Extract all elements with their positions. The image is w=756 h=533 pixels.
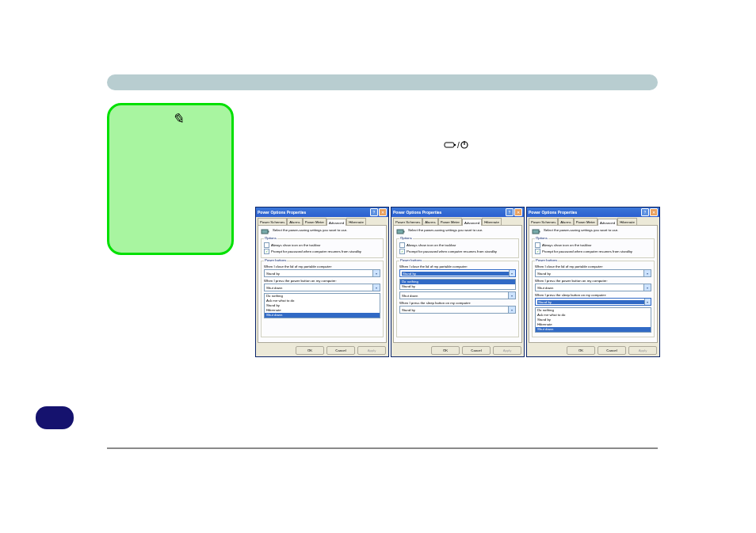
option-shutdown[interactable]: Shut down	[265, 313, 380, 318]
power-options-dialog-2: Power Options Properties ? ✕ Power Schem…	[391, 207, 525, 357]
combo-sleep[interactable]: Stand by ▾	[399, 306, 516, 314]
options-group: Options Always show icon on the taskbar …	[261, 238, 384, 258]
footer-rule	[107, 447, 658, 449]
question-power: When I press the power button on my comp…	[264, 279, 380, 283]
question-lid: When I close the lid of my portable comp…	[399, 265, 516, 268]
tab-panel: Select the power-saving settings you wan…	[258, 225, 387, 343]
power-options-dialog-1: Power Options Properties ? ✕ Power Schem…	[255, 207, 389, 357]
combo-lid[interactable]: Stand by ▾	[264, 269, 380, 277]
dialog-buttons: OK Cancel Apply	[527, 345, 659, 356]
ok-button[interactable]: OK	[431, 346, 460, 355]
cancel-button[interactable]: Cancel	[598, 346, 626, 355]
cancel-button[interactable]: Cancel	[462, 346, 491, 355]
window-controls: ? ✕	[370, 208, 387, 216]
checkbox-show-icon[interactable]: Always show icon on the taskbar	[399, 242, 516, 248]
combo-value: Stand by	[537, 300, 644, 304]
pencil-icon: ✎	[172, 110, 184, 128]
checkbox-prompt-password[interactable]: ✓ Prompt for password when computer resu…	[264, 249, 380, 254]
cancel-button[interactable]: Cancel	[326, 346, 355, 355]
chevron-down-icon: ▾	[643, 284, 651, 291]
svg-text:/: /	[457, 141, 460, 150]
battery-icon	[396, 228, 406, 236]
tab-alarms[interactable]: Alarms	[422, 218, 437, 225]
page-number-pill	[36, 406, 74, 429]
chevron-down-icon: ▾	[509, 270, 515, 276]
checkbox-box: ✓	[535, 249, 540, 254]
checkbox-box: ✓	[264, 249, 269, 254]
chevron-down-icon: ▾	[508, 306, 515, 313]
checkbox-label: Prompt for password when computer resume…	[271, 249, 361, 253]
section-heading-bar	[107, 74, 658, 90]
tab-power-meter[interactable]: Power Meter	[303, 218, 326, 225]
question-sleep: When I press the sleep button on my comp…	[535, 293, 651, 297]
options-legend: Options	[399, 236, 413, 240]
tab-panel: Select the power-saving settings you wan…	[393, 225, 522, 343]
note-callout: ✎	[107, 103, 234, 255]
combo-lid[interactable]: Stand by ▾	[399, 269, 516, 277]
title-bar: Power Options Properties ? ✕	[391, 207, 524, 217]
lid-options-list[interactable]: Do nothing Stand by	[399, 279, 516, 290]
tab-alarms[interactable]: Alarms	[558, 218, 573, 225]
checkbox-show-icon[interactable]: Always show icon on the taskbar	[535, 242, 651, 248]
sleep-options-list[interactable]: Do nothing Ask me what to do Stand by Hi…	[535, 307, 651, 333]
checkbox-box	[264, 242, 269, 248]
power-key-icon: /	[444, 139, 469, 153]
tab-advanced[interactable]: Advanced	[326, 219, 346, 226]
svg-rect-10	[539, 231, 540, 233]
tab-hibernate[interactable]: Hibernate	[617, 218, 637, 225]
combo-power[interactable]: Shut down ▾	[264, 284, 380, 291]
help-button[interactable]: ?	[370, 208, 378, 216]
checkbox-box	[399, 242, 405, 248]
power-buttons-group: Power buttons When I close the lid of my…	[532, 261, 655, 337]
checkbox-label: Always show icon on the taskbar	[542, 243, 591, 247]
combo-value: Stand by	[402, 272, 509, 276]
checkbox-label: Always show icon on the taskbar	[407, 243, 456, 247]
combo-lid[interactable]: Stand by ▾	[535, 269, 651, 277]
combo-power[interactable]: Shut down ▾	[535, 284, 651, 291]
close-button[interactable]: ✕	[514, 208, 522, 216]
tab-advanced[interactable]: Advanced	[462, 219, 482, 226]
close-button[interactable]: ✕	[650, 208, 658, 216]
question-lid: When I close the lid of my portable comp…	[264, 265, 380, 268]
ok-button[interactable]: OK	[567, 346, 595, 355]
help-button[interactable]: ?	[506, 208, 514, 216]
chevron-down-icon: ▾	[372, 284, 380, 291]
chevron-down-icon: ▾	[508, 292, 515, 299]
dialog-buttons: OK Cancel Apply	[391, 345, 524, 356]
option-shutdown[interactable]: Shut down	[536, 327, 651, 332]
close-button[interactable]: ✕	[379, 208, 387, 216]
combo-value: Stand by	[402, 308, 415, 312]
option-standby[interactable]: Stand by	[400, 284, 515, 289]
tab-power-meter[interactable]: Power Meter	[574, 218, 598, 225]
window-controls: ? ✕	[506, 208, 522, 216]
window-title: Power Options Properties	[258, 210, 306, 215]
tab-power-schemes[interactable]: Power Schemes	[258, 218, 287, 225]
ok-button[interactable]: OK	[296, 346, 324, 355]
power-options-list[interactable]: Do nothing Ask me what to do Stand by Hi…	[264, 293, 380, 318]
options-group: Options Always show icon on the taskbar …	[532, 238, 655, 258]
intro-row: Select the power-saving settings you wan…	[532, 228, 655, 236]
chevron-down-icon: ▾	[644, 299, 651, 305]
tab-power-schemes[interactable]: Power Schemes	[529, 218, 558, 225]
apply-button: Apply	[357, 346, 386, 355]
tab-advanced[interactable]: Advanced	[598, 219, 617, 226]
tab-power-schemes[interactable]: Power Schemes	[393, 218, 422, 225]
checkbox-box: ✓	[399, 249, 405, 254]
power-buttons-group: Power buttons When I close the lid of my…	[396, 261, 519, 337]
help-button[interactable]: ?	[641, 208, 649, 216]
checkbox-prompt-password[interactable]: ✓ Prompt for password when computer resu…	[399, 249, 516, 254]
tab-hibernate[interactable]: Hibernate	[482, 218, 502, 225]
tab-hibernate[interactable]: Hibernate	[346, 218, 366, 225]
battery-icon	[261, 228, 270, 236]
combo-sleep[interactable]: Stand by ▾	[535, 298, 651, 306]
checkbox-label: Always show icon on the taskbar	[271, 243, 320, 247]
combo-value: Shut down	[537, 286, 553, 290]
tab-alarms[interactable]: Alarms	[287, 218, 302, 225]
power-buttons-group: Power buttons When I close the lid of my…	[261, 261, 384, 337]
checkbox-prompt-password[interactable]: ✓ Prompt for password when computer resu…	[535, 249, 651, 254]
checkbox-show-icon[interactable]: Always show icon on the taskbar	[264, 242, 380, 248]
tab-power-meter[interactable]: Power Meter	[438, 218, 462, 225]
chevron-down-icon: ▾	[372, 270, 380, 276]
combo-power[interactable]: Shut down ▾	[399, 291, 516, 299]
combo-value: Stand by	[537, 272, 551, 276]
